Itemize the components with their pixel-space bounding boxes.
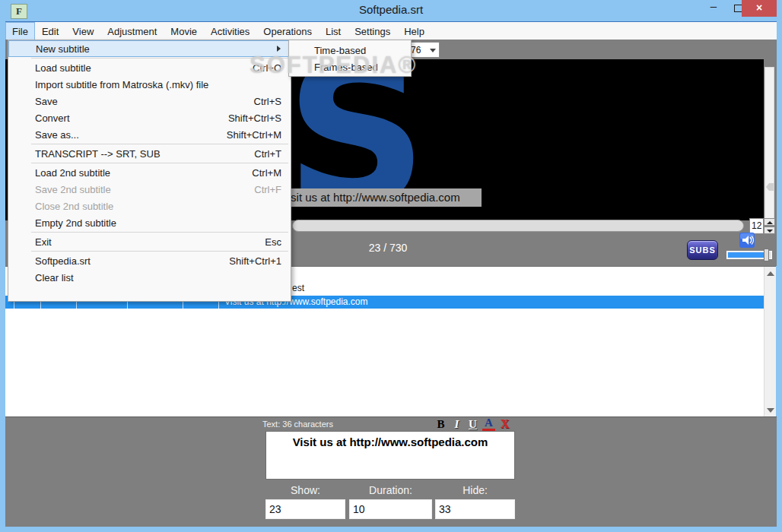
spinner-down-button[interactable] (764, 226, 775, 234)
editor-panel: Text: 36 characters BIUAX Visit us at ht… (5, 416, 777, 527)
menubar-item-help[interactable]: Help (397, 22, 431, 40)
fps-combobox-value: 76 (411, 45, 421, 55)
menu-item-save-as[interactable]: Save as...Shift+Ctrl+M (8, 126, 291, 143)
show-field[interactable] (265, 499, 345, 519)
italic-button[interactable]: I (450, 417, 463, 431)
menu-item-shortcut: Shift+Ctrl+M (227, 129, 281, 141)
subtitle-counter: 23 / 730 (335, 242, 441, 254)
menu-item-label: Save 2nd subtitle (35, 184, 111, 195)
spinner-up-button[interactable] (764, 218, 775, 226)
menu-item-save-2nd-subtitle[interactable]: Save 2nd subtitleCtrl+F (8, 181, 291, 198)
menu-separator (8, 231, 291, 233)
menu-separator (8, 162, 291, 164)
menu-item-label: Softpedia.srt (35, 255, 91, 267)
menubar-item-edit[interactable]: Edit (35, 22, 65, 40)
menu-item-label: Load 2nd subtitle (35, 167, 110, 179)
menu-item-exit[interactable]: ExitEsc (8, 233, 291, 250)
new-subtitle-submenu: Time-basedFrames-based (288, 40, 412, 77)
font-color-button[interactable]: A (482, 417, 495, 431)
subtitle-text-editor[interactable]: Visit us at http://www.softpedia.com (265, 431, 515, 480)
menubar-item-settings[interactable]: Settings (348, 22, 397, 40)
arrow-up-icon (767, 221, 773, 224)
menu-item-clear-list[interactable]: Clear list (8, 269, 291, 286)
menu-item-label: Convert (35, 112, 70, 124)
menu-item-shortcut: Shift+Ctrl+S (228, 112, 281, 124)
submenu-item-time-based[interactable]: Time-based (289, 42, 411, 59)
volume-slider[interactable] (726, 251, 772, 259)
menu-item-load-2nd-subtitle[interactable]: Load 2nd subtitleCtrl+M (8, 164, 291, 181)
menu-item-shortcut: Ctrl+T (254, 148, 281, 160)
volume-fill (728, 252, 765, 258)
menubar-item-movie[interactable]: Movie (164, 22, 204, 40)
menu-item-label: Clear list (35, 272, 74, 283)
minimize-button[interactable]: – (701, 0, 726, 17)
menu-item-new-subtitle[interactable]: New subtitle (8, 40, 291, 57)
video-side-slider[interactable] (765, 67, 774, 219)
menu-item-label: Save as... (35, 129, 79, 141)
hide-field[interactable] (435, 499, 515, 519)
menubar-item-activities[interactable]: Activities (204, 22, 256, 40)
menu-item-shortcut: Shift+Ctrl+1 (229, 255, 281, 267)
menu-item-label: Close 2nd subtitle (35, 201, 113, 212)
list-scrollbar[interactable] (764, 267, 776, 417)
menu-separator (8, 57, 291, 59)
menu-item-close-2nd-subtitle[interactable]: Close 2nd subtitle (8, 198, 291, 214)
menu-item-convert[interactable]: ConvertShift+Ctrl+S (8, 109, 291, 126)
menubar-item-adjustment[interactable]: Adjustment (100, 22, 164, 40)
menu-item-label: Save (35, 96, 58, 107)
close-button[interactable]: × (742, 0, 777, 17)
rate-spinner-buttons (764, 218, 775, 234)
menu-item-label: New subtitle (36, 43, 90, 55)
menu-item-shortcut: Ctrl+S (254, 96, 281, 107)
menubar: FileEditViewAdjustmentMovieActivitiesOpe… (5, 21, 777, 40)
menubar-item-list[interactable]: List (319, 22, 348, 40)
bold-button[interactable]: B (434, 417, 447, 431)
show-label: Show: (265, 484, 345, 496)
video-side-slider-thumb[interactable] (766, 183, 774, 191)
duration-field[interactable] (349, 499, 432, 519)
volume-thumb[interactable] (764, 249, 769, 261)
underline-button[interactable]: U (466, 417, 479, 431)
menu-item-softpedia-srt[interactable]: Softpedia.srtShift+Ctrl+1 (8, 252, 291, 269)
file-menu: New subtitleLoad subtitleCtrl+OImport su… (8, 40, 291, 302)
menu-item-import-subtitle-from-matroska-mkv-file[interactable]: Import subtitle from Matroska (.mkv) fil… (8, 76, 291, 93)
menu-item-label: TRANSCRIPT --> SRT, SUB (35, 148, 161, 160)
menu-item-shortcut: Esc (265, 236, 281, 248)
char-count-label: Text: 36 characters (262, 420, 333, 429)
menubar-item-operations[interactable]: Operations (256, 22, 319, 40)
menu-item-shortcut: Ctrl+M (252, 167, 281, 179)
menu-item-label: Empty 2nd subtitle (35, 217, 116, 229)
submenu-item-frames-based[interactable]: Frames-based (289, 59, 411, 75)
menu-item-transcript-srt-sub[interactable]: TRANSCRIPT --> SRT, SUBCtrl+T (8, 145, 291, 162)
menu-item-label: Import subtitle from Matroska (.mkv) fil… (35, 79, 208, 90)
app-window: F Softpedia.srt – × FileEditViewAdjustme… (0, 0, 782, 532)
remove-formatting-button[interactable]: X (498, 417, 511, 431)
menu-item-label: Exit (35, 236, 52, 248)
menu-item-empty-2nd-subtitle[interactable]: Empty 2nd subtitle (8, 214, 291, 231)
menubar-item-file[interactable]: File (5, 22, 35, 40)
duration-label: Duration: (349, 484, 432, 496)
scroll-down-icon[interactable] (767, 408, 774, 413)
menu-item-shortcut: Ctrl+O (253, 62, 281, 74)
menu-separator (8, 143, 291, 145)
menu-item-save[interactable]: SaveCtrl+S (8, 93, 291, 109)
titlebar: F Softpedia.srt – × (0, 0, 782, 21)
list-item-text: est (292, 282, 304, 295)
menu-item-shortcut: Ctrl+F (254, 184, 281, 195)
speaker-icon[interactable] (739, 233, 755, 248)
seek-slider[interactable] (292, 220, 744, 232)
subs-button[interactable]: SUBS (687, 240, 718, 260)
rate-spinner-value[interactable]: 12 (749, 218, 764, 234)
video-subtitle-overlay: Visit us at http://www.softpedia.com (276, 188, 482, 207)
chevron-down-icon (430, 49, 436, 52)
menu-item-load-subtitle[interactable]: Load subtitleCtrl+O (8, 59, 291, 76)
arrow-down-icon (767, 230, 773, 233)
format-toolbar: BIUAX (434, 417, 511, 431)
hide-label: Hide: (435, 484, 515, 496)
menu-item-label: Load subtitle (35, 62, 91, 74)
menubar-item-view[interactable]: View (65, 22, 100, 40)
window-title: Softpedia.srt (0, 3, 782, 16)
menu-separator (8, 250, 291, 252)
scroll-up-icon[interactable] (767, 271, 774, 276)
submenu-arrow-icon (277, 46, 281, 52)
